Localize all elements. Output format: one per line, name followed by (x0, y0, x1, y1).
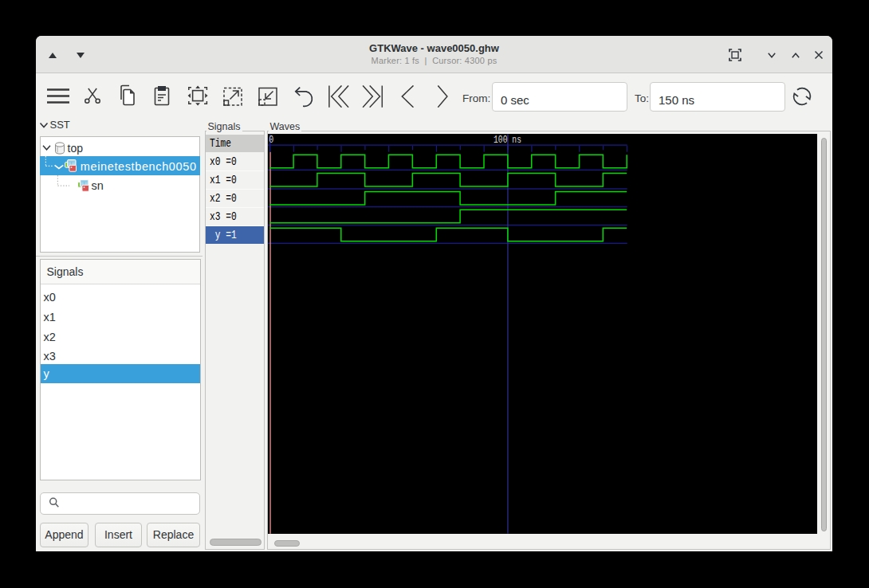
svg-text:0: 0 (269, 134, 273, 146)
svg-text:100 ns: 100 ns (493, 134, 521, 146)
